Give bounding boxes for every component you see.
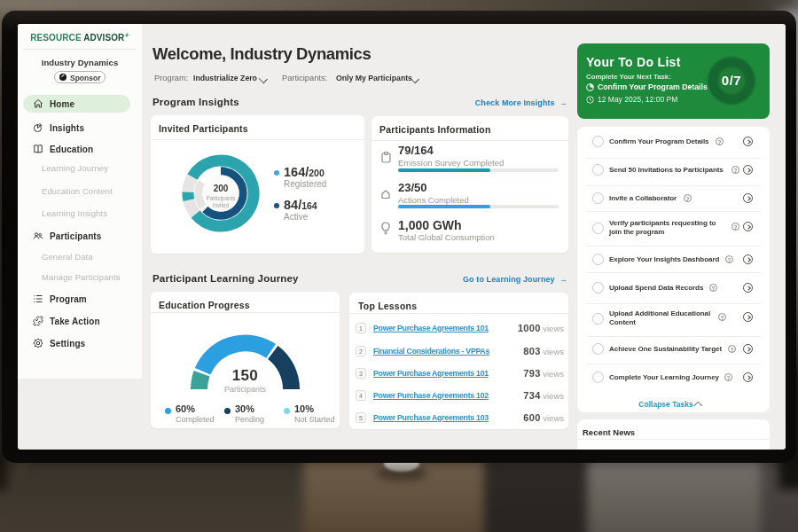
svg-text:Invited: Invited [213,202,230,208]
svg-text:200: 200 [214,184,229,193]
